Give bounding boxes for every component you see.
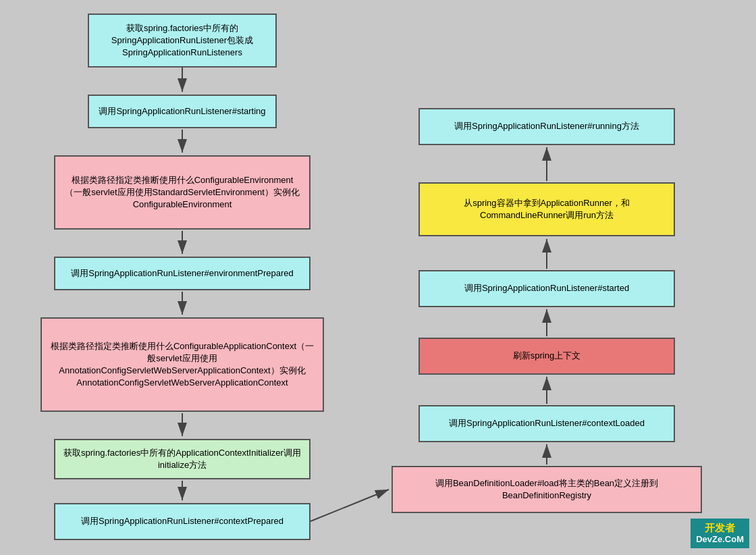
box12-text: 调用SpringApplicationRunListener#contextLo… bbox=[449, 417, 645, 429]
box10-text: 调用SpringApplicationRunListener#started bbox=[464, 282, 629, 294]
diagram-container: 获取spring.factories中所有的SpringApplicationR… bbox=[0, 0, 756, 555]
box8-text: 调用SpringApplicationRunListener#running方法 bbox=[454, 120, 639, 132]
box1-text: 获取spring.factories中所有的SpringApplicationR… bbox=[97, 22, 267, 59]
box7-text: 调用SpringApplicationRunListener#contextPr… bbox=[81, 515, 284, 527]
box5-text: 根据类路径指定类推断使用什么ConfigurableApplicationCon… bbox=[50, 340, 315, 390]
box-application-context: 根据类路径指定类推断使用什么ConfigurableApplicationCon… bbox=[40, 317, 324, 412]
box-configurable-environment: 根据类路径指定类推断使用什么ConfigurableEnvironment（一般… bbox=[54, 155, 310, 230]
box3-text: 根据类路径指定类推断使用什么ConfigurableEnvironment（一般… bbox=[63, 174, 301, 211]
box13-text: 调用BeanDefinitionLoader#load将主类的Bean定义注册到… bbox=[401, 477, 693, 502]
box6-text: 获取spring.factories中所有的ApplicationContext… bbox=[63, 447, 301, 471]
box-initializer: 获取spring.factories中所有的ApplicationContext… bbox=[54, 439, 310, 479]
box-running: 调用SpringApplicationRunListener#running方法 bbox=[418, 108, 675, 145]
box-application-runner: 从spring容器中拿到ApplicationRunner，和CommandLi… bbox=[418, 182, 675, 236]
box-started: 调用SpringApplicationRunListener#started bbox=[418, 270, 675, 307]
watermark-line1: 开发者 bbox=[696, 521, 744, 535]
watermark-line2: DevZe.CoM bbox=[696, 534, 744, 546]
box4-text: 调用SpringApplicationRunListener#environme… bbox=[71, 267, 294, 280]
box11-text: 刷新spring上下文 bbox=[513, 350, 580, 362]
box-bean-definition: 调用BeanDefinitionLoader#load将主类的Bean定义注册到… bbox=[392, 466, 702, 513]
box-environment-prepared: 调用SpringApplicationRunListener#environme… bbox=[54, 257, 310, 290]
box-spring-listeners: 获取spring.factories中所有的SpringApplicationR… bbox=[88, 14, 277, 68]
watermark: 开发者 DevZe.CoM bbox=[691, 519, 749, 548]
box-starting: 调用SpringApplicationRunListener#starting bbox=[88, 95, 277, 128]
box9-text: 从spring容器中拿到ApplicationRunner，和CommandLi… bbox=[428, 197, 666, 221]
box-refresh: 刷新spring上下文 bbox=[418, 338, 675, 375]
box2-text: 调用SpringApplicationRunListener#starting bbox=[99, 105, 265, 117]
box-context-prepared: 调用SpringApplicationRunListener#contextPr… bbox=[54, 503, 310, 540]
box-context-loaded: 调用SpringApplicationRunListener#contextLo… bbox=[418, 405, 675, 442]
svg-line-7 bbox=[310, 490, 389, 521]
